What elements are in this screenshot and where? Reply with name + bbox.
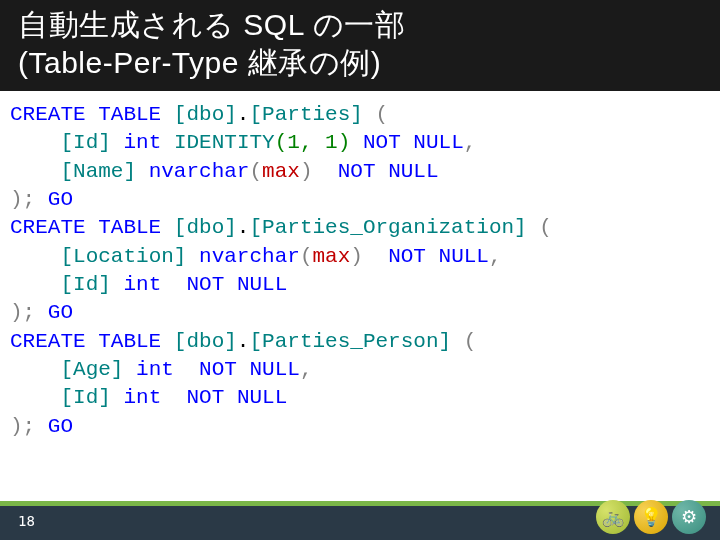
- stmt-end: );: [10, 415, 35, 438]
- dot: .: [237, 216, 250, 239]
- kw-not-null: NOT NULL: [363, 131, 464, 154]
- kw-not-null: NOT NULL: [199, 358, 300, 381]
- footer-badges: 🚲 💡: [596, 500, 706, 534]
- kw-go: GO: [48, 188, 73, 211]
- bulb-icon: 💡: [634, 500, 668, 534]
- comma: ,: [489, 245, 502, 268]
- kw-not-null: NOT NULL: [388, 245, 489, 268]
- gear-icon: [672, 500, 706, 534]
- kw-nvarchar: nvarchar: [199, 245, 300, 268]
- kw-not-null: NOT NULL: [186, 273, 287, 296]
- title-line-1: 自動生成される SQL の一部: [18, 8, 405, 41]
- kw-create-table: CREATE TABLE: [10, 330, 161, 353]
- sql-code-block: CREATE TABLE [dbo].[Parties] ( [Id] int …: [0, 91, 720, 502]
- paren-open: (: [539, 216, 552, 239]
- title-bar: 自動生成される SQL の一部 (Table-Per-Type 継承の例): [0, 0, 720, 91]
- col-location: [Location]: [60, 245, 186, 268]
- paren-close: ): [350, 245, 363, 268]
- kw-max: max: [262, 160, 300, 183]
- stmt-end: );: [10, 301, 35, 324]
- paren-open: (: [300, 245, 313, 268]
- kw-identity: IDENTITY: [174, 131, 275, 154]
- col-age: [Age]: [60, 358, 123, 381]
- paren-open: (: [376, 103, 389, 126]
- table-parties-person: [Parties_Person]: [249, 330, 451, 353]
- stmt-end: );: [10, 188, 35, 211]
- col-id: [Id]: [60, 273, 110, 296]
- table-parties-org: [Parties_Organization]: [249, 216, 526, 239]
- kw-int: int: [136, 358, 174, 381]
- slide: 自動生成される SQL の一部 (Table-Per-Type 継承の例) CR…: [0, 0, 720, 540]
- kw-max: max: [313, 245, 351, 268]
- kw-int: int: [123, 131, 161, 154]
- kw-nvarchar: nvarchar: [149, 160, 250, 183]
- footer: 18 🚲 💡: [0, 502, 720, 540]
- schema: [dbo]: [174, 216, 237, 239]
- kw-int: int: [123, 273, 161, 296]
- identity-args: (1, 1): [275, 131, 351, 154]
- kw-go: GO: [48, 415, 73, 438]
- comma: ,: [300, 358, 313, 381]
- bike-icon: 🚲: [596, 500, 630, 534]
- paren-close: ): [300, 160, 313, 183]
- dot: .: [237, 330, 250, 353]
- dot: .: [237, 103, 250, 126]
- kw-int: int: [123, 386, 161, 409]
- col-id: [Id]: [60, 131, 110, 154]
- kw-create-table: CREATE TABLE: [10, 103, 161, 126]
- slide-title: 自動生成される SQL の一部 (Table-Per-Type 継承の例): [18, 6, 702, 81]
- page-number: 18: [18, 513, 35, 529]
- comma: ,: [464, 131, 477, 154]
- title-line-2: (Table-Per-Type 継承の例): [18, 46, 381, 79]
- col-name: [Name]: [60, 160, 136, 183]
- kw-not-null: NOT NULL: [186, 386, 287, 409]
- paren-open: (: [249, 160, 262, 183]
- kw-go: GO: [48, 301, 73, 324]
- kw-not-null: NOT NULL: [338, 160, 439, 183]
- col-id: [Id]: [60, 386, 110, 409]
- schema: [dbo]: [174, 330, 237, 353]
- kw-create-table: CREATE TABLE: [10, 216, 161, 239]
- schema: [dbo]: [174, 103, 237, 126]
- table-parties: [Parties]: [249, 103, 362, 126]
- paren-open: (: [464, 330, 477, 353]
